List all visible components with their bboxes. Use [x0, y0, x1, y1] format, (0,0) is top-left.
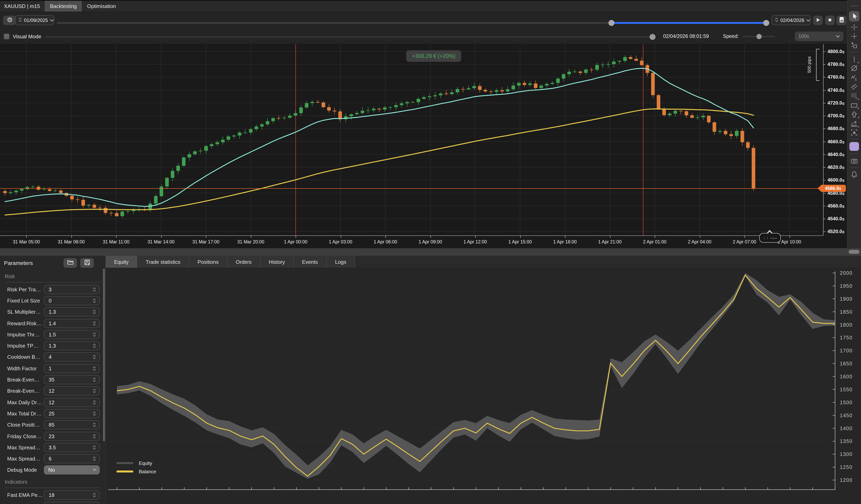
- tab-optimisation[interactable]: Optimisation: [82, 1, 121, 12]
- stop-button[interactable]: [825, 16, 835, 25]
- param-input-risk-per-tra[interactable]: 3: [44, 285, 100, 294]
- time-tick: [341, 236, 341, 238]
- price-tick: [823, 154, 825, 155]
- current-datetime: 02/04/2026 08:01:59: [663, 33, 709, 39]
- param-input-fixed-lot-size[interactable]: 0: [44, 296, 100, 305]
- param-input-max-spread[interactable]: 3.5: [44, 443, 100, 452]
- param-row: Max Daily Dr…12: [0, 397, 105, 408]
- param-input-close-positi[interactable]: 85: [44, 420, 100, 430]
- param-input-friday-close[interactable]: 23: [44, 432, 100, 441]
- visual-mode-checkbox[interactable]: [4, 33, 10, 40]
- playback-progress-slider[interactable]: [45, 33, 656, 40]
- elliott-wave-tool-icon[interactable]: E: [849, 73, 859, 82]
- time-tick: [385, 236, 386, 238]
- param-label: Reward:Risk…: [7, 320, 42, 326]
- rectangle-tool-icon[interactable]: [849, 100, 860, 110]
- param-input-max-daily-dr[interactable]: 12: [44, 398, 100, 407]
- tab-trade-statistics[interactable]: Trade statistics: [137, 256, 189, 268]
- tab-equity[interactable]: Equity: [106, 256, 137, 268]
- price-tick-label: 4600.00: [828, 177, 844, 183]
- param-input-fast-ema-pe[interactable]: 18: [44, 490, 100, 500]
- end-date-input[interactable]: 02/04/2026: [771, 15, 811, 25]
- results-panel: EquityTrade statisticsPositionsOrdersHis…: [106, 256, 861, 504]
- param-label: Close Positi…: [7, 422, 40, 428]
- legend-swatch: [117, 471, 133, 473]
- crosshair-dashed-icon[interactable]: [849, 31, 859, 41]
- tab-history[interactable]: History: [260, 256, 293, 268]
- param-row: Fixed Lot Size0: [0, 295, 105, 307]
- range-selected-fill: [611, 22, 769, 24]
- svg-text:E: E: [855, 78, 857, 81]
- section-title: Risk: [5, 273, 100, 279]
- tab-positions[interactable]: Positions: [189, 256, 228, 268]
- param-input-cooldown-b[interactable]: 4: [44, 353, 100, 362]
- snap-icon[interactable]: [849, 41, 859, 50]
- chart-scrollbar-thumb[interactable]: [849, 250, 859, 254]
- drag-handle-icon[interactable]: [849, 1, 859, 10]
- load-parameters-button[interactable]: [64, 258, 77, 268]
- param-input-slow-ema-p[interactable]: 95: [44, 502, 100, 504]
- svg-text:1600: 1600: [840, 374, 852, 379]
- time-axis[interactable]: 31 Mar 05:00 31 Mar 08:00 31 Mar 11:00 3…: [0, 235, 823, 248]
- price-tick: [823, 103, 825, 103]
- param-input-impulse-thr[interactable]: 1.5: [44, 330, 100, 339]
- parameters-scrollbar[interactable]: [103, 269, 105, 441]
- channel-tool-icon[interactable]: [849, 82, 859, 91]
- forecast-tool-icon[interactable]: [849, 119, 860, 128]
- vertical-line-tool-icon[interactable]: [849, 55, 860, 64]
- price-chart-canvas[interactable]: [0, 44, 818, 235]
- color-swatch[interactable]: [849, 142, 859, 151]
- start-date-input[interactable]: 01/09/2025: [15, 15, 54, 25]
- top-tab-bar: XAUUSD | m15 Backtesting Optimisation: [0, 0, 861, 12]
- backtest-settings-button[interactable]: [3, 16, 16, 25]
- progress-handle[interactable]: [650, 34, 656, 40]
- range-start-handle[interactable]: [609, 20, 614, 26]
- end-date-value: 02/04/2026: [780, 17, 804, 23]
- time-tick-label: 2 Apr 01:00: [643, 240, 667, 244]
- param-label: Debug Mode: [7, 467, 37, 473]
- param-input-break-even[interactable]: 12: [44, 386, 100, 396]
- price-tick-label: 4780.00: [828, 61, 844, 67]
- arrow-tool-icon[interactable]: [849, 110, 860, 119]
- tab-backtesting[interactable]: Backtesting: [45, 1, 82, 12]
- param-input-max-total-dr[interactable]: 25: [44, 409, 100, 418]
- speed-slider[interactable]: [743, 33, 775, 40]
- param-input-max-spread[interactable]: 6: [44, 454, 100, 463]
- param-input-reward-risk[interactable]: 1.4: [44, 319, 100, 328]
- param-value: 95: [49, 503, 54, 504]
- fibonacci-tool-icon[interactable]: F: [849, 91, 860, 100]
- report-button[interactable]: [836, 16, 847, 25]
- backtesting-app: XAUUSD | m15 Backtesting Optimisation 01…: [0, 0, 861, 504]
- date-range-slider[interactable]: [57, 19, 769, 26]
- bell-icon[interactable]: [849, 169, 859, 179]
- time-tick-label: 2 Apr 04:00: [688, 240, 711, 244]
- chart-scrollbar[interactable]: [0, 248, 861, 255]
- stop-icon: [826, 16, 833, 25]
- save-parameters-button[interactable]: [80, 258, 94, 268]
- text-tool-icon[interactable]: A: [849, 128, 859, 137]
- param-input-sl-multiplier[interactable]: 1.3: [44, 307, 100, 316]
- tab-logs[interactable]: Logs: [327, 256, 355, 268]
- param-label: Max Spread…: [7, 445, 40, 451]
- camera-icon[interactable]: [849, 156, 859, 165]
- crosshair-icon[interactable]: [849, 22, 859, 31]
- param-input-impulse-tp[interactable]: 1.3: [44, 341, 100, 350]
- slow-ema-line: [5, 109, 753, 215]
- param-label: Friday Close…: [7, 433, 41, 439]
- param-input-break-even[interactable]: 35: [44, 375, 100, 384]
- price-axis[interactable]: 4800.00 4780.00 4760.00 4740.00 4720.00 …: [818, 44, 847, 248]
- speed-select[interactable]: 100x: [795, 31, 844, 41]
- tab-events[interactable]: Events: [293, 256, 327, 268]
- gann-circle-tool-icon[interactable]: [849, 64, 859, 73]
- range-end-handle[interactable]: [763, 20, 769, 26]
- param-value: No: [48, 467, 55, 473]
- cursor-icon[interactable]: [849, 11, 859, 22]
- play-button[interactable]: [813, 16, 823, 25]
- progress-track[interactable]: [45, 36, 656, 38]
- tab-orders[interactable]: Orders: [228, 256, 260, 268]
- candlestick-chart[interactable]: +306.29 € (+20%) 500 pips 31 Mar 05:00 3…: [0, 44, 847, 248]
- legend-swatch: [117, 462, 133, 464]
- param-select-debug-mode[interactable]: No: [44, 465, 100, 475]
- param-input-width-factor[interactable]: 1: [44, 364, 100, 373]
- speed-handle[interactable]: [756, 34, 762, 39]
